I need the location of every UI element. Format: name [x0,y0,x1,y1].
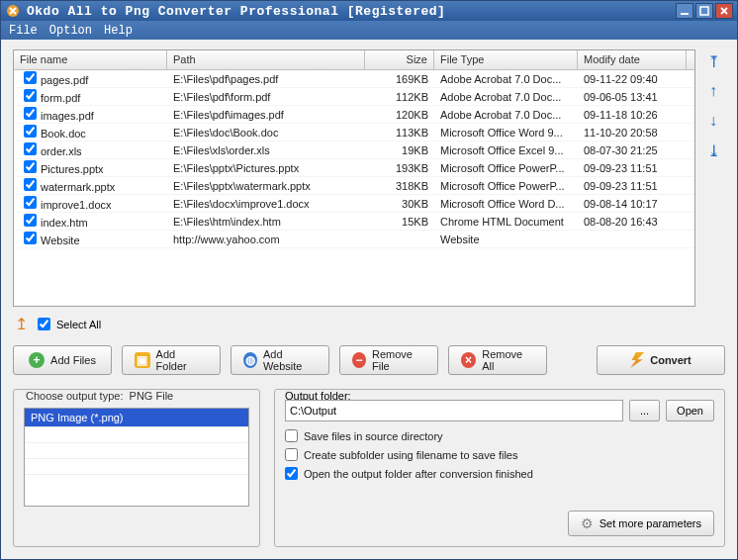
minus-icon: − [352,352,366,368]
browse-button[interactable]: ... [629,400,660,421]
open-after-label: Open the output folder after conversion … [304,468,533,480]
select-all-label: Select All [56,319,101,330]
table-row[interactable]: order.xlsE:\Files\xls\order.xls19KBMicro… [14,141,694,159]
table-row[interactable]: watermark.pptxE:\Files\pptx\watermark.pp… [14,177,694,195]
output-type-list[interactable]: PNG Image (*.png) [24,408,249,507]
create-subfolder-label: Create subfolder using filename to save … [304,449,517,461]
col-type[interactable]: File Type [434,50,578,69]
col-path[interactable]: Path [167,50,365,69]
row-checkbox[interactable] [24,142,37,155]
remove-all-button[interactable]: ×Remove All [448,345,547,375]
move-top-button[interactable]: ⤒ [703,51,723,71]
table-row[interactable]: Pictures.pptxE:\Files\pptx\Pictures.pptx… [14,159,694,177]
menu-option[interactable]: Option [49,24,92,38]
col-size[interactable]: Size [365,50,434,69]
file-list: File name Path Size File Type Modify dat… [13,49,695,307]
row-checkbox[interactable] [24,107,37,120]
menu-file[interactable]: File [9,24,38,38]
table-row[interactable]: pages.pdfE:\Files\pdf\pages.pdf169KBAdob… [14,70,694,88]
move-down-button[interactable]: ↓ [703,111,723,131]
table-row[interactable]: index.htmE:\Files\htm\index.htm15KBChrom… [14,213,694,231]
output-type-label: Choose output type: PNG File [26,390,249,402]
save-in-source-label: Save files in source directory [304,430,443,442]
lower-panels: Choose output type: PNG File PNG Image (… [13,389,725,547]
table-row[interactable]: Book.docE:\Files\doc\Book.doc113KBMicros… [14,124,694,141]
remove-file-button[interactable]: −Remove File [339,345,438,375]
save-in-source-checkbox[interactable] [285,429,298,442]
window-title: Okdo All to Png Converter Professional [… [27,4,674,19]
svg-rect-1 [681,13,689,15]
titlebar: Okdo All to Png Converter Professional [… [1,1,737,21]
add-folder-button[interactable]: ▣Add Folder [122,345,221,375]
row-checkbox[interactable] [24,214,37,227]
file-panel: File name Path Size File Type Modify dat… [13,49,725,307]
row-checkbox[interactable] [24,125,37,138]
globe-icon: ◍ [243,352,257,368]
x-icon: × [461,352,476,368]
set-more-parameters-button[interactable]: ⚙Set more parameters [568,511,714,536]
table-row[interactable]: improve1.docxE:\Files\docx\improve1.docx… [14,195,694,213]
move-up-button[interactable]: ↑ [703,81,723,101]
minimize-button[interactable] [676,3,693,19]
convert-button[interactable]: Convert [597,345,725,375]
table-row[interactable]: form.pdfE:\Files\pdf\form.pdf112KBAdobe … [14,88,694,106]
add-files-button[interactable]: +Add Files [13,345,112,375]
open-after-checkbox[interactable] [285,467,298,480]
output-type-panel: Choose output type: PNG File PNG Image (… [13,389,260,547]
maximize-button[interactable] [695,3,713,19]
output-folder-panel: Output folder: ... Open Save files in so… [274,389,725,547]
col-filename[interactable]: File name [14,50,167,69]
select-all-row: ↥ Select All [13,313,725,335]
menu-help[interactable]: Help [104,24,133,38]
close-button[interactable] [715,3,733,19]
lightning-icon [630,352,644,368]
plus-icon: + [29,352,45,368]
action-button-row: +Add Files ▣Add Folder ◍Add Website −Rem… [13,345,725,375]
content-area: File name Path Size File Type Modify dat… [1,40,737,559]
reorder-controls: ⤒ ↑ ↓ ⤓ [701,49,725,307]
open-folder-button[interactable]: Open [666,400,714,421]
output-folder-row: ... Open [285,400,714,421]
row-checkbox[interactable] [24,160,37,173]
file-list-header: File name Path Size File Type Modify dat… [14,50,694,70]
row-checkbox[interactable] [24,178,37,191]
app-window: Okdo All to Png Converter Professional [… [0,0,738,560]
add-website-button[interactable]: ◍Add Website [231,345,329,375]
file-list-body[interactable]: pages.pdfE:\Files\pdf\pages.pdf169KBAdob… [14,70,694,306]
row-checkbox[interactable] [24,71,37,84]
up-arrow-icon: ↥ [15,315,28,333]
move-bottom-button[interactable]: ⤓ [703,140,723,160]
row-checkbox[interactable] [24,232,37,244]
select-all-checkbox[interactable] [38,318,50,330]
menu-bar: File Option Help [1,21,737,40]
col-date[interactable]: Modify date [578,50,687,69]
output-folder-input[interactable] [285,400,623,421]
app-logo-icon [5,3,21,19]
table-row[interactable]: images.pdfE:\Files\pdf\images.pdf120KBAd… [14,106,694,124]
output-type-option[interactable]: PNG Image (*.png) [25,409,248,426]
row-checkbox[interactable] [24,196,37,209]
row-checkbox[interactable] [24,89,37,102]
create-subfolder-checkbox[interactable] [285,448,298,461]
svg-rect-2 [700,7,708,15]
gear-icon: ⚙ [581,515,594,531]
table-row[interactable]: Websitehttp://www.yahoo.comWebsite [14,231,694,248]
folder-icon: ▣ [135,352,150,368]
